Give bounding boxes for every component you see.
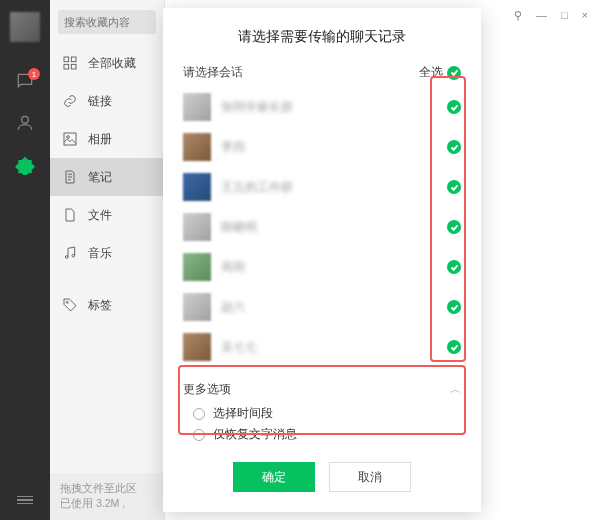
select-all-toggle[interactable]: 全选	[419, 64, 461, 81]
chat-icon[interactable]: 1	[14, 70, 36, 92]
dialog-body: 请选择会话 全选 张同学家长群李四王五的工作群陈晓明周周赵六吴七七 更多选项 ︿…	[163, 60, 481, 446]
svg-rect-3	[64, 64, 69, 69]
check-icon[interactable]	[447, 180, 461, 194]
storage-footer: 拖拽文件至此区 已使用 3.2M ,	[50, 473, 164, 521]
category-menu: 全部收藏 链接 相册 笔记 文件 音乐 标签	[50, 44, 164, 473]
link-icon	[62, 93, 78, 109]
more-options-toggle[interactable]: 更多选项 ︿	[183, 377, 461, 402]
dialog-actions: 确定 取消	[163, 446, 481, 512]
sidebar-item-label: 全部收藏	[88, 55, 136, 72]
favorites-sidebar: 全部收藏 链接 相册 笔记 文件 音乐 标签 拖拽文件至此区 已使用 3.2M …	[50, 0, 165, 520]
svg-point-9	[66, 301, 68, 303]
sidebar-item-files[interactable]: 文件	[50, 196, 164, 234]
conversation-avatar	[183, 213, 211, 241]
dialog-title: 请选择需要传输的聊天记录	[163, 8, 481, 60]
conversation-name: 周周	[221, 259, 439, 276]
conversation-avatar	[183, 93, 211, 121]
search-container	[50, 0, 164, 44]
option-label: 选择时间段	[213, 406, 273, 421]
footer-hint: 拖拽文件至此区	[60, 481, 154, 497]
check-icon[interactable]	[447, 340, 461, 354]
conversation-row[interactable]: 赵六	[183, 287, 461, 327]
option-text-only[interactable]: 仅恢复文字消息	[183, 423, 461, 444]
conversation-name: 陈晓明	[221, 219, 439, 236]
section-label: 请选择会话	[183, 64, 243, 81]
transfer-dialog: 请选择需要传输的聊天记录 请选择会话 全选 张同学家长群李四王五的工作群陈晓明周…	[163, 8, 481, 512]
sidebar-item-notes[interactable]: 笔记	[50, 158, 164, 196]
footer-usage: 已使用 3.2M ,	[60, 496, 154, 512]
search-input[interactable]	[58, 10, 156, 34]
radio-icon	[193, 429, 205, 441]
svg-point-0	[22, 116, 29, 123]
chevron-up-icon: ︿	[450, 382, 461, 397]
conversation-name: 王五的工作群	[221, 179, 439, 196]
user-avatar[interactable]	[10, 12, 40, 42]
check-icon[interactable]	[447, 140, 461, 154]
conversation-row[interactable]: 周周	[183, 247, 461, 287]
check-icon[interactable]	[447, 260, 461, 274]
check-icon[interactable]	[447, 300, 461, 314]
svg-rect-5	[64, 133, 76, 145]
pin-icon[interactable]: ⚲	[514, 9, 522, 22]
sidebar-item-label: 音乐	[88, 245, 112, 262]
note-icon	[62, 169, 78, 185]
file-icon	[62, 207, 78, 223]
app-nav-rail: 1	[0, 0, 50, 520]
conversation-avatar	[183, 293, 211, 321]
conversation-section-head: 请选择会话 全选	[183, 60, 461, 87]
conversation-row[interactable]: 陈晓明	[183, 207, 461, 247]
conversation-name: 吴七七	[221, 339, 439, 356]
conversation-avatar	[183, 333, 211, 361]
select-all-label: 全选	[419, 64, 443, 81]
minimize-icon[interactable]: —	[536, 9, 547, 21]
contacts-icon[interactable]	[14, 112, 36, 134]
unread-badge: 1	[28, 68, 40, 80]
conversation-list: 张同学家长群李四王五的工作群陈晓明周周赵六吴七七	[183, 87, 461, 367]
conversation-name: 赵六	[221, 299, 439, 316]
maximize-icon[interactable]: □	[561, 9, 568, 21]
sidebar-item-tags[interactable]: 标签	[50, 286, 164, 324]
favorites-icon[interactable]	[14, 154, 36, 176]
check-icon[interactable]	[447, 100, 461, 114]
sidebar-item-music[interactable]: 音乐	[50, 234, 164, 272]
conversation-avatar	[183, 253, 211, 281]
svg-point-8	[72, 254, 75, 257]
cancel-button[interactable]: 取消	[329, 462, 411, 492]
svg-rect-4	[71, 64, 76, 69]
sidebar-item-label: 文件	[88, 207, 112, 224]
conversation-row[interactable]: 王五的工作群	[183, 167, 461, 207]
svg-rect-1	[64, 57, 69, 62]
conversation-row[interactable]: 李四	[183, 127, 461, 167]
conversation-avatar	[183, 173, 211, 201]
menu-icon[interactable]	[17, 494, 33, 507]
svg-point-7	[65, 256, 68, 259]
music-icon	[62, 245, 78, 261]
confirm-button[interactable]: 确定	[233, 462, 315, 492]
svg-point-6	[67, 136, 70, 139]
conversation-name: 李四	[221, 139, 439, 156]
tag-icon	[62, 297, 78, 313]
grid-icon	[62, 55, 78, 71]
window-controls: ⚲ — □ ×	[502, 0, 600, 30]
svg-rect-2	[71, 57, 76, 62]
close-icon[interactable]: ×	[582, 9, 588, 21]
option-time-range[interactable]: 选择时间段	[183, 402, 461, 423]
conversation-avatar	[183, 133, 211, 161]
sidebar-item-label: 标签	[88, 297, 112, 314]
sidebar-item-label: 链接	[88, 93, 112, 110]
check-icon	[447, 66, 461, 80]
image-icon	[62, 131, 78, 147]
sidebar-item-all[interactable]: 全部收藏	[50, 44, 164, 82]
conversation-name: 张同学家长群	[221, 99, 439, 116]
more-label: 更多选项	[183, 381, 231, 398]
conversation-row[interactable]: 吴七七	[183, 327, 461, 367]
option-label: 仅恢复文字消息	[213, 427, 297, 442]
sidebar-item-label: 相册	[88, 131, 112, 148]
check-icon[interactable]	[447, 220, 461, 234]
sidebar-item-label: 笔记	[88, 169, 112, 186]
sidebar-item-album[interactable]: 相册	[50, 120, 164, 158]
radio-icon	[193, 408, 205, 420]
conversation-row[interactable]: 张同学家长群	[183, 87, 461, 127]
sidebar-item-links[interactable]: 链接	[50, 82, 164, 120]
